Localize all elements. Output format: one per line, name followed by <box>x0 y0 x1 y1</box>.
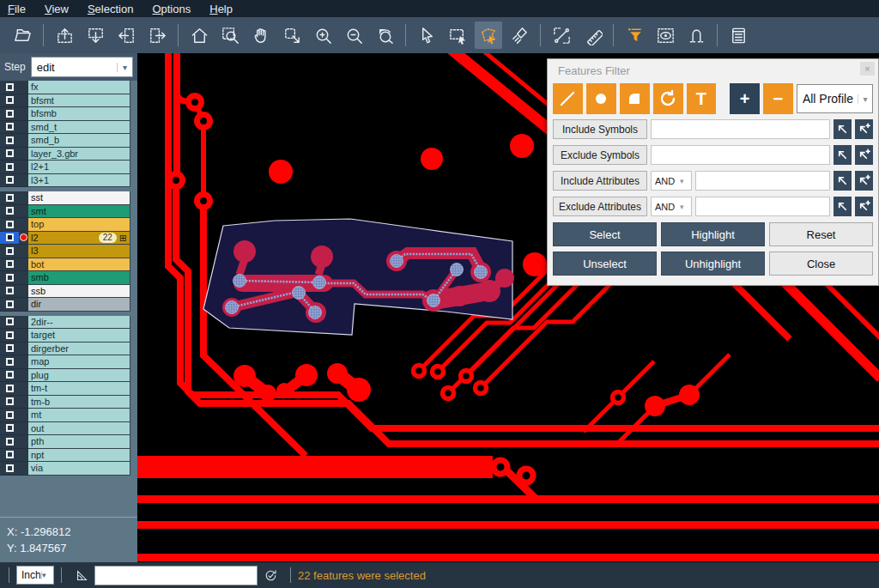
layer-visibility-checkbox[interactable] <box>0 271 19 285</box>
layer-name[interactable]: l3+1 <box>28 174 130 188</box>
close-button[interactable]: Close <box>769 252 873 276</box>
menu-help[interactable]: Help <box>209 3 233 15</box>
include-attributes-input[interactable] <box>695 171 830 191</box>
layer-active-indicator[interactable] <box>19 435 28 449</box>
exclude-symbols-input[interactable] <box>651 145 830 165</box>
step-dropdown[interactable]: edit ▾ <box>31 57 133 77</box>
layer-name[interactable]: npt <box>28 449 130 463</box>
layer-active-indicator[interactable] <box>19 409 28 422</box>
layer-active-indicator[interactable] <box>19 81 28 94</box>
surface-feature-button[interactable] <box>620 83 650 114</box>
layer-active-indicator[interactable] <box>19 396 28 409</box>
layer-name[interactable]: out <box>28 422 130 436</box>
layer-name[interactable]: l3 <box>28 245 130 258</box>
layer-visibility-checkbox[interactable] <box>0 81 19 94</box>
layer-name[interactable]: dirgerber <box>28 342 130 356</box>
layer-active-indicator[interactable] <box>19 191 28 205</box>
exclude-attributes-operator-dropdown[interactable]: AND ▾ <box>651 197 692 216</box>
layer-visibility-checkbox[interactable] <box>0 148 19 161</box>
layer-name[interactable]: sst <box>28 191 130 205</box>
pick-symbol-button[interactable] <box>834 119 852 139</box>
layer-visibility-checkbox[interactable] <box>0 107 19 121</box>
layer-name[interactable]: 2dir-- <box>28 316 130 330</box>
include-attributes-button[interactable]: Include Attributes <box>553 171 647 191</box>
layer-visibility-checkbox[interactable] <box>0 382 19 396</box>
pick-attribute-button[interactable] <box>834 171 852 191</box>
layer-visibility-checkbox[interactable] <box>0 218 19 232</box>
layer-name[interactable]: fx <box>28 81 130 94</box>
layer-active-indicator[interactable] <box>19 316 28 330</box>
layer-visibility-checkbox[interactable] <box>0 205 19 219</box>
layer-name[interactable]: bfsmt <box>28 94 130 108</box>
layer-active-indicator[interactable] <box>19 232 28 246</box>
arc-feature-button[interactable] <box>653 83 683 114</box>
layer-visibility-checkbox[interactable] <box>0 369 19 383</box>
layer-visibility-checkbox[interactable] <box>0 449 19 463</box>
layer-name[interactable]: top <box>28 218 130 232</box>
ruler-button[interactable] <box>579 21 606 49</box>
layer-active-indicator[interactable] <box>19 449 28 463</box>
dialog-titlebar[interactable]: Features Filter × <box>548 59 878 82</box>
include-symbols-button[interactable]: Include Symbols <box>553 119 647 139</box>
layer-name[interactable]: ssb <box>28 285 130 299</box>
layer-visibility-checkbox[interactable] <box>0 342 19 356</box>
pick-symbol-button[interactable] <box>834 145 852 165</box>
layer-name[interactable]: tm-b <box>28 396 130 409</box>
layer-visibility-checkbox[interactable] <box>0 121 19 135</box>
open-button[interactable] <box>9 21 36 49</box>
layer-name[interactable]: map <box>28 355 130 369</box>
pick-add-symbol-button[interactable] <box>855 145 873 165</box>
layer-name[interactable]: l2+1 <box>28 161 130 174</box>
layer-active-indicator[interactable] <box>19 462 28 476</box>
layer-name[interactable]: smt <box>28 205 130 219</box>
exclude-symbols-button[interactable]: Exclude Symbols <box>553 145 647 165</box>
layer-visibility-checkbox[interactable] <box>0 161 19 174</box>
layer-active-indicator[interactable] <box>19 329 28 342</box>
layer-active-indicator[interactable] <box>19 121 28 135</box>
layer-name[interactable]: tm-t <box>28 382 130 396</box>
layer-visibility-checkbox[interactable] <box>0 94 19 108</box>
select-button[interactable] <box>413 21 440 49</box>
layer-active-indicator[interactable] <box>19 258 28 272</box>
pick-attribute-button[interactable] <box>834 197 852 216</box>
select-button[interactable]: Select <box>553 222 657 246</box>
layer-active-indicator[interactable] <box>19 422 28 436</box>
layer-active-indicator[interactable] <box>19 369 28 383</box>
command-input[interactable] <box>94 566 258 585</box>
polygon-select-button[interactable] <box>475 21 502 49</box>
layer-name[interactable]: pth <box>28 435 130 449</box>
layer-visibility-checkbox[interactable] <box>0 298 19 312</box>
layer-active-indicator[interactable] <box>19 94 28 108</box>
layer-visibility-checkbox[interactable] <box>0 316 19 330</box>
unhighlight-button[interactable]: Unhighlight <box>661 252 765 276</box>
layer-visibility-checkbox[interactable] <box>0 355 19 369</box>
zoom-out-button[interactable] <box>340 21 367 49</box>
close-icon[interactable]: × <box>860 62 875 76</box>
menu-view[interactable]: View <box>45 3 69 15</box>
include-attributes-operator-dropdown[interactable]: AND ▾ <box>651 171 692 191</box>
layer-visibility-checkbox[interactable] <box>0 191 19 205</box>
layer-active-indicator[interactable] <box>19 205 28 219</box>
layer-name[interactable]: bfsmb <box>28 107 130 121</box>
pad-feature-button[interactable] <box>586 83 616 114</box>
layer-visibility-checkbox[interactable] <box>0 422 19 436</box>
layer-visibility-checkbox[interactable] <box>0 245 19 258</box>
profile-dropdown[interactable]: All Profile ▾ <box>797 84 873 113</box>
layer-active-indicator[interactable] <box>19 382 28 396</box>
layer-visibility-checkbox[interactable] <box>0 462 19 476</box>
layer-active-indicator[interactable] <box>19 285 28 299</box>
menu-selection[interactable]: Selection <box>88 3 133 15</box>
menu-file[interactable]: File <box>8 3 26 15</box>
features-filter-button[interactable] <box>621 21 648 49</box>
home-view-button[interactable] <box>185 21 213 49</box>
report-button[interactable] <box>724 21 752 49</box>
pick-add-symbol-button[interactable] <box>855 119 873 139</box>
layer-active-indicator[interactable] <box>19 134 28 148</box>
snap-button[interactable] <box>682 21 710 49</box>
text-feature-button[interactable]: T <box>687 83 717 114</box>
layer-active-indicator[interactable] <box>19 174 28 188</box>
layer-active-indicator[interactable] <box>19 355 28 369</box>
view-options-button[interactable] <box>652 21 679 49</box>
exclude-attributes-input[interactable] <box>695 197 830 216</box>
layer-active-indicator[interactable] <box>19 245 28 258</box>
